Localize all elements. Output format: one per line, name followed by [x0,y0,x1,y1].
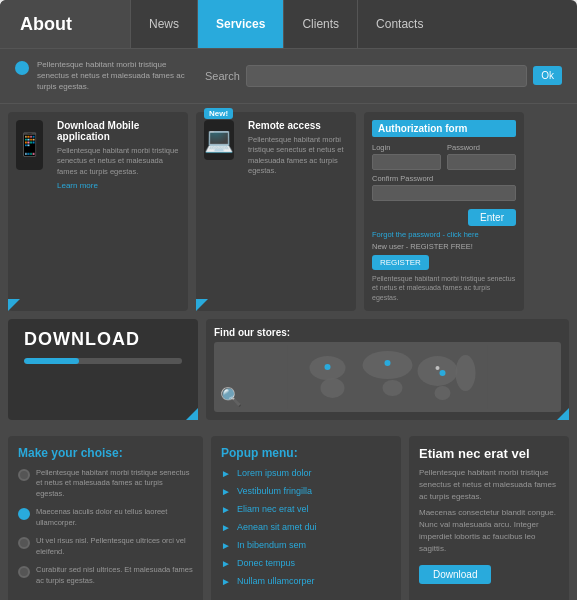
right-title: Etiam nec erat vel [419,446,559,461]
auth-small-text: Pellentesque habitant morbi tristique se… [372,274,516,303]
magnifier-icon: 🔍 [220,386,242,408]
mobile-card-title: Download Mobile application [57,120,180,142]
svg-point-7 [456,355,476,391]
remote-card: New! 💻 Remote access Pellentesque habita… [196,112,356,311]
choice-item-1[interactable]: Pellentesque habitant morbi tristique se… [18,468,193,500]
radio-dot-2 [18,508,30,520]
blue-dot-icon [15,61,29,75]
popup-link-4[interactable]: Aenean sit amet dui [237,522,317,532]
right-download-button[interactable]: Download [419,565,491,584]
nav-items: News Services Clients Contacts [130,0,577,48]
right-text-1: Pellentesque habitant morbi tristique se… [419,467,559,503]
search-button[interactable]: Ok [533,66,562,85]
corner-decoration-dl [186,408,198,420]
brand-logo[interactable]: About [0,0,130,48]
download-box: DOWNLOAD [8,319,198,420]
arrow-icon-2: ► [221,486,231,497]
nav-item-news[interactable]: News [130,0,197,48]
corner-decoration-stores [557,408,569,420]
phone-icon: 📱 [16,132,43,158]
popup-title: Popup menu: [221,446,391,460]
choice-text-3: Ut vel risus nisl. Pellentesque ultrices… [36,536,193,557]
choice-item-4[interactable]: Curabitur sed nisl ultrices. Et malesuad… [18,565,193,586]
auth-register-text: New user - REGISTER FREE! [372,242,516,251]
mobile-card-link[interactable]: Learn more [57,181,180,190]
svg-point-5 [418,356,458,386]
popup-link-3[interactable]: Eliam nec erat vel [237,504,309,514]
arrow-icon-1: ► [221,468,231,479]
nav-item-contacts[interactable]: Contacts [357,0,441,48]
auth-login-input[interactable] [372,154,441,170]
radio-dot-4 [18,566,30,578]
new-badge: New! [204,108,233,119]
popup-link-5[interactable]: In bibendum sem [237,540,306,550]
popup-item-2[interactable]: ► Vestibulum fringilla [221,486,391,497]
world-map: 🔍 [214,342,561,412]
top-navigation: About News Services Clients Contacts [0,0,577,48]
corner-decoration [8,299,20,311]
remote-card-text: Pellentesque habitant morbi tristique se… [248,135,348,177]
popup-link-6[interactable]: Donec tempus [237,558,295,568]
popup-link-7[interactable]: Nullam ullamcorper [237,576,315,586]
corner-decoration-2 [196,299,208,311]
popup-item-7[interactable]: ► Nullam ullamcorper [221,576,391,587]
choice-text-1: Pellentesque habitant morbi tristique se… [36,468,193,500]
popup-item-6[interactable]: ► Donec tempus [221,558,391,569]
popup-item-4[interactable]: ► Aenean sit amet dui [221,522,391,533]
mobile-phone-image: 📱 [16,120,43,170]
mobile-card-text: Pellentesque habitant morbi tristique se… [57,146,180,178]
choice-box: Make your choise: Pellentesque habitant … [8,436,203,600]
register-button[interactable]: REGISTER [372,255,429,270]
auth-confirm-input[interactable] [372,185,516,201]
choice-item-3[interactable]: Ut vel risus nisl. Pellentesque ultrices… [18,536,193,557]
nav-item-clients[interactable]: Clients [283,0,357,48]
search-input[interactable] [246,65,527,87]
auth-password-label: Password [447,143,516,152]
search-label: Search [205,70,240,82]
choice-item-2[interactable]: Maecenas iaculis dolor eu tellus laoreet… [18,507,193,528]
laptop-image: 💻 [204,120,234,160]
auth-password-field: Password [447,143,516,170]
auth-title: Authorization form [372,120,516,137]
popup-link-2[interactable]: Vestibulum fringilla [237,486,312,496]
svg-point-11 [436,366,440,370]
download-row: DOWNLOAD Find our stores: [0,319,577,428]
popup-item-1[interactable]: ► Lorem ipsum dolor [221,468,391,479]
remote-card-title: Remote access [248,120,348,131]
radio-dot-3 [18,537,30,549]
download-progress-bar [24,358,182,364]
arrow-icon-7: ► [221,576,231,587]
auth-password-input[interactable] [447,154,516,170]
choice-text-4: Curabitur sed nisl ultrices. Et malesuad… [36,565,193,586]
nav-item-services[interactable]: Services [197,0,283,48]
auth-confirm-field: Confirm Password [372,174,516,201]
right-content: Etiam nec erat vel Pellentesque habitant… [409,436,569,600]
svg-point-10 [440,370,446,376]
auth-forgot-link[interactable]: Forgot the password - click here [372,230,516,239]
auth-login-field: Login [372,143,441,170]
auth-enter-button[interactable]: Enter [468,209,516,226]
cards-row: 📱 Download Mobile application Pellentesq… [0,103,577,319]
popup-item-5[interactable]: ► In bibendum sem [221,540,391,551]
svg-point-8 [325,364,331,370]
arrow-icon-5: ► [221,540,231,551]
search-bar-left: Pellentesque habitant morbi tristique se… [15,59,195,93]
auth-login-label: Login [372,143,441,152]
search-input-wrap: Search Ok [205,65,562,87]
popup-box: Popup menu: ► Lorem ipsum dolor ► Vestib… [211,436,401,600]
auth-confirm-label: Confirm Password [372,174,516,183]
choice-text-2: Maecenas iaculis dolor eu tellus laoreet… [36,507,193,528]
popup-link-1[interactable]: Lorem ipsum dolor [237,468,312,478]
svg-point-2 [321,378,345,398]
bottom-content: Make your choise: Pellentesque habitant … [0,428,577,600]
popup-item-3[interactable]: ► Eliam nec erat vel [221,504,391,515]
svg-point-9 [385,360,391,366]
world-map-svg [214,343,561,411]
download-progress-fill [24,358,79,364]
arrow-icon-4: ► [221,522,231,533]
stores-box: Find our stores: 🔍 [206,319,569,420]
arrow-icon-6: ► [221,558,231,569]
mobile-card: 📱 Download Mobile application Pellentesq… [8,112,188,311]
svg-point-4 [383,380,403,396]
laptop-icon: 💻 [204,126,234,154]
